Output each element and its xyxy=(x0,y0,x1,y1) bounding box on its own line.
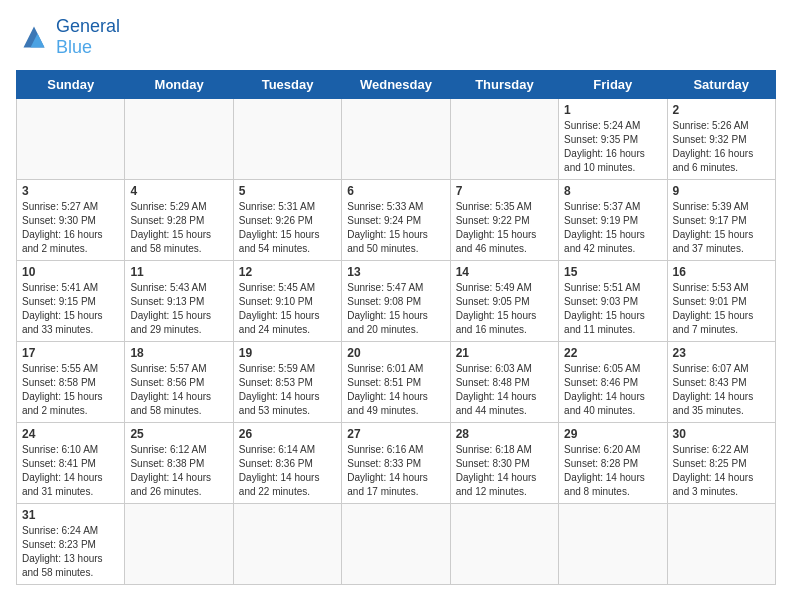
day-number: 27 xyxy=(347,427,444,441)
day-info: Sunrise: 5:31 AM Sunset: 9:26 PM Dayligh… xyxy=(239,200,336,256)
day-info: Sunrise: 6:10 AM Sunset: 8:41 PM Dayligh… xyxy=(22,443,119,499)
calendar-cell: 3Sunrise: 5:27 AM Sunset: 9:30 PM Daylig… xyxy=(17,180,125,261)
page-header: GeneralBlue xyxy=(16,16,776,58)
weekday-thursday: Thursday xyxy=(450,71,558,99)
day-info: Sunrise: 5:33 AM Sunset: 9:24 PM Dayligh… xyxy=(347,200,444,256)
day-number: 18 xyxy=(130,346,227,360)
day-info: Sunrise: 5:26 AM Sunset: 9:32 PM Dayligh… xyxy=(673,119,770,175)
calendar-cell: 26Sunrise: 6:14 AM Sunset: 8:36 PM Dayli… xyxy=(233,423,341,504)
day-info: Sunrise: 5:59 AM Sunset: 8:53 PM Dayligh… xyxy=(239,362,336,418)
weekday-saturday: Saturday xyxy=(667,71,775,99)
day-info: Sunrise: 6:18 AM Sunset: 8:30 PM Dayligh… xyxy=(456,443,553,499)
day-number: 24 xyxy=(22,427,119,441)
day-number: 28 xyxy=(456,427,553,441)
calendar-cell: 22Sunrise: 6:05 AM Sunset: 8:46 PM Dayli… xyxy=(559,342,667,423)
day-number: 16 xyxy=(673,265,770,279)
calendar-cell: 10Sunrise: 5:41 AM Sunset: 9:15 PM Dayli… xyxy=(17,261,125,342)
calendar-week-5: 31Sunrise: 6:24 AM Sunset: 8:23 PM Dayli… xyxy=(17,504,776,585)
logo: GeneralBlue xyxy=(16,16,120,58)
logo-icon xyxy=(16,23,52,51)
day-info: Sunrise: 5:27 AM Sunset: 9:30 PM Dayligh… xyxy=(22,200,119,256)
day-info: Sunrise: 5:55 AM Sunset: 8:58 PM Dayligh… xyxy=(22,362,119,418)
day-number: 10 xyxy=(22,265,119,279)
day-info: Sunrise: 6:20 AM Sunset: 8:28 PM Dayligh… xyxy=(564,443,661,499)
day-number: 30 xyxy=(673,427,770,441)
day-info: Sunrise: 6:07 AM Sunset: 8:43 PM Dayligh… xyxy=(673,362,770,418)
day-info: Sunrise: 6:24 AM Sunset: 8:23 PM Dayligh… xyxy=(22,524,119,580)
day-info: Sunrise: 6:01 AM Sunset: 8:51 PM Dayligh… xyxy=(347,362,444,418)
calendar-cell: 6Sunrise: 5:33 AM Sunset: 9:24 PM Daylig… xyxy=(342,180,450,261)
day-number: 8 xyxy=(564,184,661,198)
calendar-cell: 25Sunrise: 6:12 AM Sunset: 8:38 PM Dayli… xyxy=(125,423,233,504)
day-info: Sunrise: 6:14 AM Sunset: 8:36 PM Dayligh… xyxy=(239,443,336,499)
day-info: Sunrise: 5:49 AM Sunset: 9:05 PM Dayligh… xyxy=(456,281,553,337)
logo-text: GeneralBlue xyxy=(56,16,120,58)
day-info: Sunrise: 5:37 AM Sunset: 9:19 PM Dayligh… xyxy=(564,200,661,256)
day-info: Sunrise: 6:05 AM Sunset: 8:46 PM Dayligh… xyxy=(564,362,661,418)
day-info: Sunrise: 5:29 AM Sunset: 9:28 PM Dayligh… xyxy=(130,200,227,256)
calendar-cell: 19Sunrise: 5:59 AM Sunset: 8:53 PM Dayli… xyxy=(233,342,341,423)
calendar-cell xyxy=(233,99,341,180)
calendar-cell: 24Sunrise: 6:10 AM Sunset: 8:41 PM Dayli… xyxy=(17,423,125,504)
calendar-cell: 2Sunrise: 5:26 AM Sunset: 9:32 PM Daylig… xyxy=(667,99,775,180)
calendar-cell: 13Sunrise: 5:47 AM Sunset: 9:08 PM Dayli… xyxy=(342,261,450,342)
day-number: 25 xyxy=(130,427,227,441)
calendar-table: SundayMondayTuesdayWednesdayThursdayFrid… xyxy=(16,70,776,585)
calendar-cell: 30Sunrise: 6:22 AM Sunset: 8:25 PM Dayli… xyxy=(667,423,775,504)
day-info: Sunrise: 6:12 AM Sunset: 8:38 PM Dayligh… xyxy=(130,443,227,499)
day-number: 9 xyxy=(673,184,770,198)
calendar-week-2: 10Sunrise: 5:41 AM Sunset: 9:15 PM Dayli… xyxy=(17,261,776,342)
weekday-monday: Monday xyxy=(125,71,233,99)
calendar-cell: 8Sunrise: 5:37 AM Sunset: 9:19 PM Daylig… xyxy=(559,180,667,261)
day-info: Sunrise: 5:47 AM Sunset: 9:08 PM Dayligh… xyxy=(347,281,444,337)
calendar-cell xyxy=(450,504,558,585)
weekday-friday: Friday xyxy=(559,71,667,99)
calendar-cell xyxy=(342,504,450,585)
day-number: 29 xyxy=(564,427,661,441)
weekday-header-row: SundayMondayTuesdayWednesdayThursdayFrid… xyxy=(17,71,776,99)
day-info: Sunrise: 5:53 AM Sunset: 9:01 PM Dayligh… xyxy=(673,281,770,337)
calendar-cell xyxy=(125,504,233,585)
calendar-cell: 11Sunrise: 5:43 AM Sunset: 9:13 PM Dayli… xyxy=(125,261,233,342)
day-number: 20 xyxy=(347,346,444,360)
calendar-week-0: 1Sunrise: 5:24 AM Sunset: 9:35 PM Daylig… xyxy=(17,99,776,180)
calendar-cell: 17Sunrise: 5:55 AM Sunset: 8:58 PM Dayli… xyxy=(17,342,125,423)
day-number: 21 xyxy=(456,346,553,360)
calendar-cell: 29Sunrise: 6:20 AM Sunset: 8:28 PM Dayli… xyxy=(559,423,667,504)
day-info: Sunrise: 6:16 AM Sunset: 8:33 PM Dayligh… xyxy=(347,443,444,499)
calendar-cell: 12Sunrise: 5:45 AM Sunset: 9:10 PM Dayli… xyxy=(233,261,341,342)
calendar-cell: 28Sunrise: 6:18 AM Sunset: 8:30 PM Dayli… xyxy=(450,423,558,504)
day-number: 22 xyxy=(564,346,661,360)
day-number: 12 xyxy=(239,265,336,279)
calendar-cell: 27Sunrise: 6:16 AM Sunset: 8:33 PM Dayli… xyxy=(342,423,450,504)
day-number: 26 xyxy=(239,427,336,441)
day-number: 3 xyxy=(22,184,119,198)
day-number: 2 xyxy=(673,103,770,117)
weekday-sunday: Sunday xyxy=(17,71,125,99)
calendar-cell: 14Sunrise: 5:49 AM Sunset: 9:05 PM Dayli… xyxy=(450,261,558,342)
day-number: 6 xyxy=(347,184,444,198)
calendar-cell: 9Sunrise: 5:39 AM Sunset: 9:17 PM Daylig… xyxy=(667,180,775,261)
day-number: 5 xyxy=(239,184,336,198)
day-number: 1 xyxy=(564,103,661,117)
calendar-cell xyxy=(342,99,450,180)
day-number: 7 xyxy=(456,184,553,198)
day-number: 19 xyxy=(239,346,336,360)
calendar-cell: 21Sunrise: 6:03 AM Sunset: 8:48 PM Dayli… xyxy=(450,342,558,423)
calendar-cell xyxy=(667,504,775,585)
weekday-tuesday: Tuesday xyxy=(233,71,341,99)
calendar-cell: 1Sunrise: 5:24 AM Sunset: 9:35 PM Daylig… xyxy=(559,99,667,180)
day-number: 31 xyxy=(22,508,119,522)
calendar-cell xyxy=(17,99,125,180)
calendar-cell: 7Sunrise: 5:35 AM Sunset: 9:22 PM Daylig… xyxy=(450,180,558,261)
day-info: Sunrise: 5:41 AM Sunset: 9:15 PM Dayligh… xyxy=(22,281,119,337)
calendar-cell xyxy=(125,99,233,180)
day-number: 15 xyxy=(564,265,661,279)
calendar-week-3: 17Sunrise: 5:55 AM Sunset: 8:58 PM Dayli… xyxy=(17,342,776,423)
calendar-cell: 20Sunrise: 6:01 AM Sunset: 8:51 PM Dayli… xyxy=(342,342,450,423)
calendar-cell: 31Sunrise: 6:24 AM Sunset: 8:23 PM Dayli… xyxy=(17,504,125,585)
day-info: Sunrise: 5:43 AM Sunset: 9:13 PM Dayligh… xyxy=(130,281,227,337)
day-info: Sunrise: 5:57 AM Sunset: 8:56 PM Dayligh… xyxy=(130,362,227,418)
day-number: 4 xyxy=(130,184,227,198)
calendar-cell: 18Sunrise: 5:57 AM Sunset: 8:56 PM Dayli… xyxy=(125,342,233,423)
